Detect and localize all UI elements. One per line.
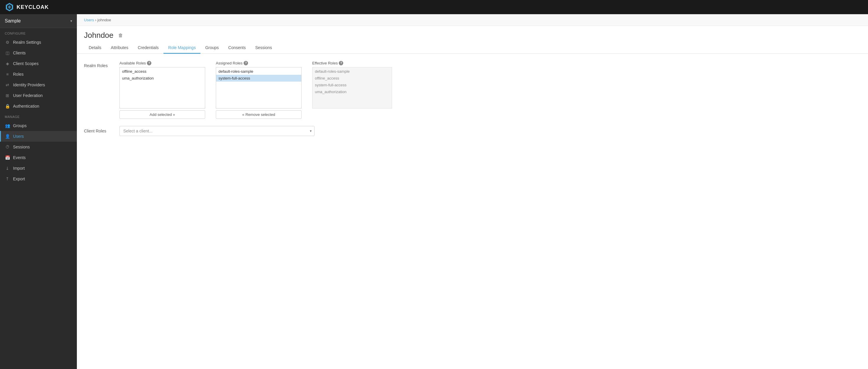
sidebar-item-clients[interactable]: ◫ Clients — [0, 48, 77, 58]
sidebar-item-label: Import — [13, 166, 25, 171]
sidebar-item-label: Users — [13, 134, 24, 139]
main-content: Users › johndoe Johndoe 🗑 Details Attrib… — [77, 14, 868, 369]
keycloak-logo-icon — [5, 2, 14, 12]
sidebar-item-user-federation[interactable]: ⊞ User Federation — [0, 90, 77, 101]
export-icon: ⤒ — [5, 177, 10, 181]
groups-icon: 👥 — [5, 123, 10, 128]
sidebar-item-users[interactable]: 👤 Users — [0, 131, 77, 142]
client-scopes-icon: ◈ — [5, 61, 10, 66]
sidebar-item-label: Groups — [13, 123, 27, 128]
sidebar-item-label: Events — [13, 155, 26, 160]
sidebar-item-import[interactable]: ⤓ Import — [0, 163, 77, 174]
sidebar-item-label: Authentication — [13, 104, 39, 109]
main-layout: Sample ▾ Configure ⚙ Realm Settings ◫ Cl… — [0, 14, 868, 369]
breadcrumb-current: johndoe — [98, 18, 111, 22]
users-icon: 👤 — [5, 134, 10, 139]
list-item[interactable]: system-full-access — [216, 75, 301, 82]
list-item: default-roles-sample — [312, 68, 392, 75]
events-icon: 📅 — [5, 155, 10, 160]
realm-settings-icon: ⚙ — [5, 40, 10, 44]
breadcrumb: Users › johndoe — [77, 14, 868, 26]
tab-credentials[interactable]: Credentials — [133, 42, 163, 54]
assigned-roles-label: Assigned Roles ? — [216, 61, 302, 65]
available-roles-label: Available Roles ? — [119, 61, 205, 65]
client-select-wrapper: Select a client... ▾ — [119, 126, 315, 136]
effective-roles-help-icon[interactable]: ? — [339, 61, 343, 65]
list-item[interactable]: uma_authorization — [120, 75, 205, 82]
realm-roles-label: Realm Roles — [84, 61, 119, 68]
realm-selector[interactable]: Sample ▾ — [0, 14, 77, 28]
sidebar-item-label: Export — [13, 177, 25, 181]
role-mappings-section: Realm Roles Available Roles ? offline_ac… — [77, 61, 868, 143]
breadcrumb-separator: › — [95, 18, 96, 22]
sidebar-item-groups[interactable]: 👥 Groups — [0, 120, 77, 131]
tab-groups[interactable]: Groups — [200, 42, 223, 54]
page-header: Johndoe 🗑 — [77, 26, 868, 42]
app-name: KEYCLOAK — [17, 4, 49, 10]
effective-roles-box: Effective Roles ? default-roles-sample o… — [312, 61, 392, 109]
assigned-roles-box: Assigned Roles ? default-roles-sample sy… — [216, 61, 302, 119]
sidebar-item-label: User Federation — [13, 93, 42, 98]
effective-roles-list: default-roles-sample offline_access syst… — [312, 67, 392, 109]
assigned-roles-help-icon[interactable]: ? — [244, 61, 248, 65]
tab-details[interactable]: Details — [84, 42, 106, 54]
sidebar-item-label: Sessions — [13, 145, 30, 149]
sidebar-item-label: Roles — [13, 72, 24, 76]
breadcrumb-users-link[interactable]: Users — [84, 18, 94, 22]
client-roles-section: Client Roles Select a client... ▾ — [84, 126, 861, 136]
realm-chevron: ▾ — [70, 19, 72, 23]
available-roles-box: Available Roles ? offline_access uma_aut… — [119, 61, 205, 119]
top-header: KEYCLOAK — [0, 0, 868, 14]
client-roles-label: Client Roles — [84, 129, 119, 133]
import-icon: ⤓ — [5, 166, 10, 171]
client-select[interactable]: Select a client... — [119, 126, 315, 136]
effective-roles-label: Effective Roles ? — [312, 61, 392, 65]
available-roles-help-icon[interactable]: ? — [147, 61, 151, 65]
sidebar-item-sessions[interactable]: ⏱ Sessions — [0, 142, 77, 152]
add-selected-button[interactable]: Add selected » — [119, 110, 205, 119]
list-item[interactable]: offline_access — [120, 68, 205, 75]
list-item: system-full-access — [312, 82, 392, 88]
clients-icon: ◫ — [5, 51, 10, 55]
sidebar-item-label: Client Scopes — [13, 61, 38, 66]
list-item: uma_authorization — [312, 88, 392, 95]
sidebar-item-realm-settings[interactable]: ⚙ Realm Settings — [0, 37, 77, 48]
list-item: offline_access — [312, 75, 392, 82]
user-federation-icon: ⊞ — [5, 93, 10, 98]
realm-roles-section: Realm Roles Available Roles ? offline_ac… — [84, 61, 861, 119]
sidebar-item-label: Realm Settings — [13, 40, 41, 44]
realm-name: Sample — [5, 18, 21, 24]
assigned-roles-list[interactable]: default-roles-sample system-full-access — [216, 67, 302, 109]
sidebar-item-roles[interactable]: ≡ Roles — [0, 69, 77, 80]
delete-user-button[interactable]: 🗑 — [117, 32, 124, 39]
logo: KEYCLOAK — [5, 2, 49, 12]
manage-section-label: Manage — [0, 112, 77, 120]
sidebar-item-label: Identity Providers — [13, 83, 45, 87]
remove-selected-button[interactable]: « Remove selected — [216, 110, 302, 119]
tab-consents[interactable]: Consents — [223, 42, 250, 54]
sidebar-item-export[interactable]: ⤒ Export — [0, 174, 77, 184]
sidebar-item-client-scopes[interactable]: ◈ Client Scopes — [0, 58, 77, 69]
sidebar-item-events[interactable]: 📅 Events — [0, 152, 77, 163]
tab-role-mappings[interactable]: Role Mappings — [163, 42, 200, 54]
tab-attributes[interactable]: Attributes — [106, 42, 133, 54]
sidebar-item-identity-providers[interactable]: ⇄ Identity Providers — [0, 80, 77, 90]
sidebar: Sample ▾ Configure ⚙ Realm Settings ◫ Cl… — [0, 14, 77, 369]
authentication-icon: 🔒 — [5, 104, 10, 109]
configure-section-label: Configure — [0, 28, 77, 37]
identity-providers-icon: ⇄ — [5, 83, 10, 87]
list-item[interactable]: default-roles-sample — [216, 68, 301, 75]
tab-sessions[interactable]: Sessions — [250, 42, 277, 54]
page-title: Johndoe — [84, 31, 114, 40]
tabs: Details Attributes Credentials Role Mapp… — [77, 42, 868, 54]
roles-columns: Available Roles ? offline_access uma_aut… — [119, 61, 861, 119]
sidebar-item-label: Clients — [13, 51, 26, 55]
sidebar-item-authentication[interactable]: 🔒 Authentication — [0, 101, 77, 112]
sessions-icon: ⏱ — [5, 145, 10, 149]
roles-icon: ≡ — [5, 72, 10, 76]
available-roles-list[interactable]: offline_access uma_authorization — [119, 67, 205, 109]
